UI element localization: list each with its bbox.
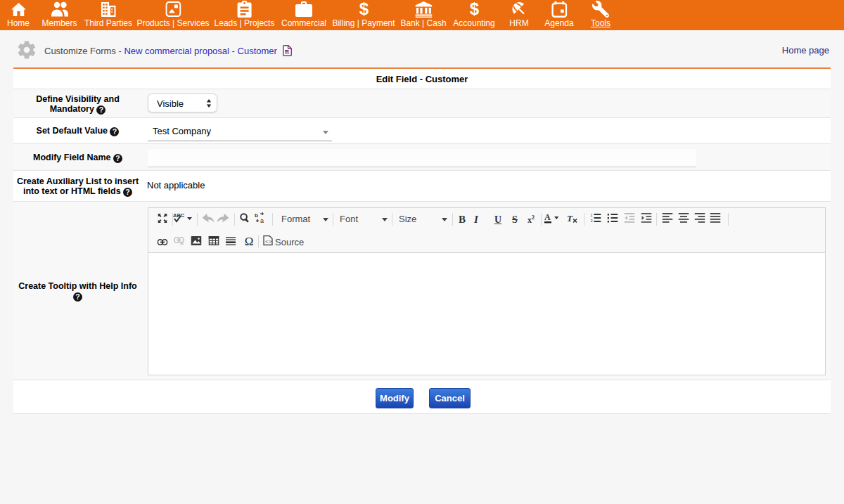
svg-text:T: T	[567, 213, 573, 224]
svg-text:2: 2	[591, 219, 593, 223]
svg-text:A: A	[544, 212, 551, 222]
svg-text:<>: <>	[265, 238, 272, 245]
svg-text:$: $	[359, 0, 369, 18]
svg-text:b: b	[255, 212, 258, 219]
svg-text:a: a	[260, 217, 264, 224]
svg-text:$: $	[469, 0, 479, 18]
svg-text:1: 1	[591, 213, 593, 217]
